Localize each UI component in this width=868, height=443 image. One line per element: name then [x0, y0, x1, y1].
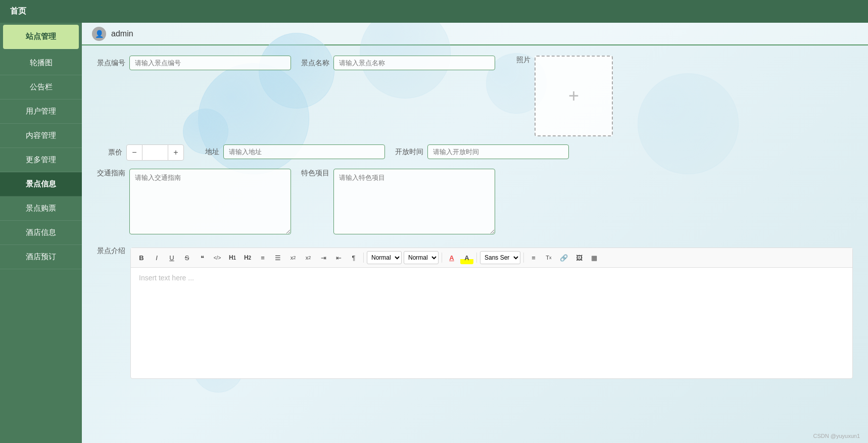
- editor-placeholder: Insert text here ...: [139, 274, 194, 282]
- user-bar: 👤 admin: [82, 23, 868, 45]
- group-photo: 照片 +: [505, 56, 613, 136]
- separator-2: [442, 253, 442, 263]
- label-photo: 照片: [505, 56, 531, 65]
- sidebar-item-site-mgmt[interactable]: 站点管理: [3, 25, 79, 49]
- price-increment-button[interactable]: +: [168, 144, 184, 161]
- toolbar-strike-button[interactable]: S: [180, 251, 194, 264]
- toolbar-underline-button[interactable]: U: [165, 251, 178, 264]
- sidebar-item-hotel-info[interactable]: 酒店信息: [0, 221, 82, 245]
- label-scenic-name: 景点名称: [301, 59, 329, 68]
- main-layout: 站点管理 轮播图 公告栏 用户管理 内容管理 更多管理 景点信息 景点购票 酒店…: [0, 23, 868, 443]
- sidebar-item-hotel-booking[interactable]: 酒店预订: [0, 245, 82, 269]
- label-address: 地址: [194, 147, 219, 157]
- sidebar-item-content-mgmt[interactable]: 内容管理: [0, 124, 82, 148]
- input-scenic-no[interactable]: [129, 56, 291, 70]
- input-address[interactable]: [223, 144, 385, 159]
- label-open-time: 开放时间: [395, 147, 423, 157]
- group-open-time: 开放时间: [395, 144, 569, 159]
- price-value-input[interactable]: 0: [142, 144, 168, 161]
- toolbar-sup-button[interactable]: x2: [302, 251, 315, 264]
- price-stepper: − 0 +: [126, 144, 184, 161]
- group-address: 地址: [194, 144, 385, 159]
- toolbar-link-button[interactable]: 🔗: [557, 251, 570, 264]
- toolbar-clear-format-button[interactable]: Tx: [542, 251, 555, 264]
- input-scenic-name[interactable]: [333, 56, 495, 70]
- sidebar: 站点管理 轮播图 公告栏 用户管理 内容管理 更多管理 景点信息 景点购票 酒店…: [0, 23, 82, 443]
- toolbar-h2-button[interactable]: H2: [241, 251, 254, 264]
- row-scenic-info: 景点编号 景点名称 照片 +: [97, 56, 853, 136]
- toolbar-font-bg-button[interactable]: A: [460, 251, 473, 264]
- toolbar-image-button[interactable]: 🖼: [572, 251, 586, 264]
- toolbar-table-button[interactable]: ▦: [588, 251, 601, 264]
- toolbar-rtl-button[interactable]: ¶: [347, 251, 360, 264]
- toolbar-align-button[interactable]: ≡: [527, 251, 540, 264]
- form-content: 景点编号 景点名称 照片 +: [82, 45, 868, 443]
- separator-1: [363, 253, 364, 263]
- user-name: admin: [111, 29, 133, 38]
- photo-add-icon: +: [568, 85, 579, 107]
- label-scenic-no: 景点编号: [97, 59, 125, 68]
- row-price-address: 票价 − 0 + 地址 开放时间: [97, 144, 853, 161]
- group-transport: 交通指南: [97, 169, 291, 234]
- toolbar-code-button[interactable]: </>: [211, 251, 224, 264]
- rich-editor-wrapper: B I U S ❝ </> H1 H2 ≡ ☰ x2 x2 ⇥ ⇤: [130, 248, 853, 379]
- price-decrement-button[interactable]: −: [126, 144, 142, 161]
- row-scenic-intro: 景点介绍 B I U S ❝ </> H1 H2 ≡ ☰ x2 x2: [97, 242, 853, 379]
- toolbar-h1-button[interactable]: H1: [226, 251, 239, 264]
- toolbar-indent-left-button[interactable]: ⇤: [332, 251, 345, 264]
- toolbar-bold-button[interactable]: B: [135, 251, 148, 264]
- toolbar-font-color-button[interactable]: A: [445, 251, 458, 264]
- sidebar-item-user-mgmt[interactable]: 用户管理: [0, 100, 82, 124]
- toolbar-ul-button[interactable]: ☰: [271, 251, 284, 264]
- group-scenic-name: 景点名称: [301, 56, 495, 70]
- toolbar-ol-button[interactable]: ≡: [256, 251, 269, 264]
- header: 首页: [0, 0, 868, 23]
- header-title: 首页: [10, 6, 26, 17]
- textarea-features[interactable]: [333, 169, 495, 234]
- group-features: 特色项目: [301, 169, 495, 234]
- label-price: 票价: [97, 148, 122, 157]
- content-area: 👤 admin 景点编号 景点名称 照片: [82, 23, 868, 443]
- label-features: 特色项目: [301, 169, 329, 178]
- group-price: 票价 − 0 +: [97, 144, 184, 161]
- separator-4: [523, 253, 524, 263]
- sidebar-item-more-mgmt[interactable]: 更多管理: [0, 148, 82, 172]
- toolbar-italic-button[interactable]: I: [150, 251, 163, 264]
- toolbar-font-family-select[interactable]: Sans Serif: [480, 251, 520, 264]
- toolbar-sub-button[interactable]: x2: [286, 251, 300, 264]
- editor-body[interactable]: Insert text here ...: [131, 268, 852, 369]
- input-open-time[interactable]: [427, 144, 569, 159]
- photo-upload-area[interactable]: +: [535, 56, 613, 136]
- row-transport-features: 交通指南 特色项目: [97, 169, 853, 234]
- toolbar-quote-button[interactable]: ❝: [196, 251, 209, 264]
- editor-toolbar: B I U S ❝ </> H1 H2 ≡ ☰ x2 x2 ⇥ ⇤: [131, 248, 852, 268]
- label-transport: 交通指南: [97, 169, 125, 178]
- group-scenic-no: 景点编号: [97, 56, 291, 70]
- sidebar-item-scenic-info[interactable]: 景点信息: [0, 172, 82, 196]
- label-scenic-intro: 景点介绍: [97, 242, 125, 256]
- sidebar-item-carousel[interactable]: 轮播图: [0, 51, 82, 75]
- sidebar-item-notice[interactable]: 公告栏: [0, 75, 82, 100]
- separator-3: [476, 253, 477, 263]
- sidebar-item-scenic-ticket[interactable]: 景点购票: [0, 196, 82, 221]
- toolbar-normal1-select[interactable]: Normal: [367, 251, 402, 264]
- toolbar-indent-right-button[interactable]: ⇥: [317, 251, 330, 264]
- toolbar-normal2-select[interactable]: Normal: [404, 251, 439, 264]
- textarea-transport[interactable]: [129, 169, 291, 234]
- user-avatar: 👤: [92, 27, 106, 41]
